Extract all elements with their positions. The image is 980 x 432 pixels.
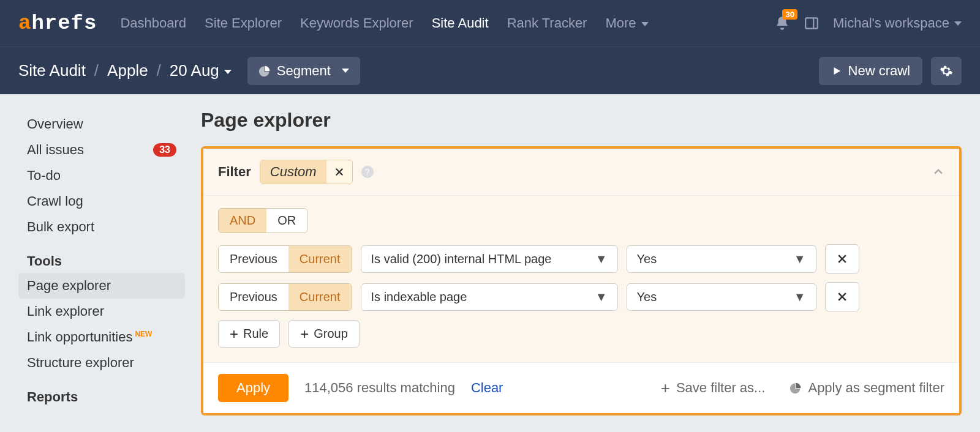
add-group-button[interactable]: +Group	[288, 320, 360, 348]
workspace-menu[interactable]: Michal's workspace	[833, 15, 962, 31]
nav-rank-tracker[interactable]: Rank Tracker	[507, 15, 587, 31]
filter-chip: Custom	[260, 160, 353, 184]
filter-body: AND OR Previous Current Is valid (200) i…	[203, 196, 959, 363]
toggle-current[interactable]: Current	[288, 284, 352, 310]
close-icon	[836, 291, 848, 303]
nav-keywords-explorer[interactable]: Keywords Explorer	[300, 15, 413, 31]
new-crawl-button[interactable]: New crawl	[819, 57, 922, 85]
sidebar-item-crawl-log[interactable]: Crawl log	[18, 188, 185, 214]
sidebar: Overview All issues33 To-do Crawl log Bu…	[0, 94, 196, 426]
notifications-icon[interactable]: 30	[774, 15, 790, 31]
rule-value-dropdown[interactable]: Yes▼	[627, 283, 816, 311]
plus-icon: +	[300, 329, 309, 340]
chevron-down-icon: ▼	[595, 252, 608, 266]
content: Overview All issues33 To-do Crawl log Bu…	[0, 94, 980, 426]
apply-button[interactable]: Apply	[218, 374, 288, 402]
sidebar-item-page-explorer[interactable]: Page explorer	[18, 273, 185, 299]
filter-box: Filter Custom ? AND OR	[201, 146, 962, 415]
crawl-toggle: Previous Current	[218, 283, 352, 311]
chevron-down-icon: ▼	[794, 290, 806, 304]
svg-rect-0	[805, 18, 818, 28]
page-title: Page explorer	[201, 109, 962, 132]
plus-icon: +	[661, 379, 670, 398]
sidebar-section-tools: Tools	[18, 240, 185, 273]
crumb-date[interactable]: 20 Aug	[170, 61, 232, 80]
chevron-down-icon: ▼	[595, 290, 608, 304]
apply-as-segment-button[interactable]: Apply as segment filter	[790, 379, 944, 398]
logo[interactable]: ahrefs	[18, 12, 97, 35]
sidebar-item-overview[interactable]: Overview	[18, 111, 185, 137]
topnav-links: Dashboard Site Explorer Keywords Explore…	[120, 15, 648, 31]
close-icon	[334, 166, 345, 177]
sidebar-item-bulk-export[interactable]: Bulk export	[18, 214, 185, 240]
issues-count-badge: 33	[153, 143, 176, 157]
filter-header: Filter Custom ?	[203, 149, 959, 196]
breadcrumb: Site Audit / Apple / 20 Aug	[18, 61, 232, 80]
sidebar-item-all-issues[interactable]: All issues33	[18, 137, 185, 163]
nav-site-explorer[interactable]: Site Explorer	[205, 15, 282, 31]
chevron-down-icon	[342, 69, 349, 73]
crumb-project[interactable]: Apple	[107, 61, 148, 80]
logic-or[interactable]: OR	[266, 209, 307, 233]
sidebar-item-structure-explorer[interactable]: Structure explorer	[18, 350, 185, 376]
chevron-down-icon	[641, 22, 649, 26]
add-row: +Rule +Group	[218, 320, 944, 348]
toggle-previous[interactable]: Previous	[219, 246, 288, 272]
logic-and[interactable]: AND	[219, 209, 266, 233]
rule-value-dropdown[interactable]: Yes▼	[627, 245, 816, 273]
delete-rule-button[interactable]	[825, 282, 859, 311]
chevron-down-icon	[954, 21, 962, 26]
crumb-site-audit[interactable]: Site Audit	[18, 61, 86, 80]
save-filter-button[interactable]: +Save filter as...	[661, 379, 766, 398]
play-icon	[831, 65, 842, 76]
segment-button[interactable]: Segment	[247, 57, 360, 85]
filter-footer: Apply 114,056 results matching Clear +Sa…	[203, 363, 959, 413]
toggle-previous[interactable]: Previous	[219, 284, 288, 310]
nav-more[interactable]: More	[605, 15, 648, 31]
nav-dashboard[interactable]: Dashboard	[120, 15, 186, 31]
logic-toggle: AND OR	[218, 208, 307, 233]
close-icon	[836, 253, 848, 265]
crawl-toggle: Previous Current	[218, 245, 352, 273]
filter-chip-name[interactable]: Custom	[260, 160, 326, 184]
breadcrumb-sep: /	[157, 61, 161, 80]
add-rule-button[interactable]: +Rule	[218, 320, 280, 348]
notif-badge: 30	[782, 9, 797, 20]
help-icon[interactable]: ?	[361, 166, 374, 178]
chevron-down-icon	[224, 70, 232, 74]
sidebar-item-link-explorer[interactable]: Link explorer	[18, 299, 185, 324]
rule-row: Previous Current Is indexable page▼ Yes▼	[218, 282, 944, 311]
top-nav: ahrefs Dashboard Site Explorer Keywords …	[0, 0, 980, 47]
sidebar-item-link-opportunities[interactable]: Link opportunitiesNEW	[18, 324, 185, 350]
sidebar-section-reports: Reports	[18, 376, 185, 409]
sub-bar: Site Audit / Apple / 20 Aug Segment New …	[0, 47, 980, 94]
new-tag: NEW	[135, 330, 152, 338]
clear-link[interactable]: Clear	[471, 380, 503, 396]
chevron-down-icon: ▼	[794, 252, 806, 266]
breadcrumb-sep: /	[94, 61, 99, 80]
sidebar-item-todo[interactable]: To-do	[18, 163, 185, 188]
delete-rule-button[interactable]	[825, 244, 859, 274]
rule-row: Previous Current Is valid (200) internal…	[218, 244, 944, 274]
pie-icon	[790, 382, 802, 394]
main: Page explorer Filter Custom ? AND O	[196, 94, 980, 426]
nav-site-audit[interactable]: Site Audit	[432, 15, 489, 31]
rule-field-dropdown[interactable]: Is valid (200) internal HTML page▼	[361, 245, 618, 273]
plus-icon: +	[230, 329, 238, 340]
results-count: 114,056 results matching	[304, 380, 455, 396]
gear-icon	[940, 64, 953, 78]
filter-label: Filter	[218, 164, 251, 180]
panel-icon[interactable]	[804, 15, 820, 31]
rule-field-dropdown[interactable]: Is indexable page▼	[361, 283, 618, 311]
chevron-up-icon	[932, 166, 944, 178]
settings-button[interactable]	[931, 57, 962, 85]
filter-chip-remove[interactable]	[326, 160, 352, 184]
pie-icon	[258, 65, 271, 77]
collapse-toggle[interactable]	[932, 166, 944, 178]
topnav-right: 30 Michal's workspace	[774, 15, 962, 31]
toggle-current[interactable]: Current	[288, 246, 352, 272]
